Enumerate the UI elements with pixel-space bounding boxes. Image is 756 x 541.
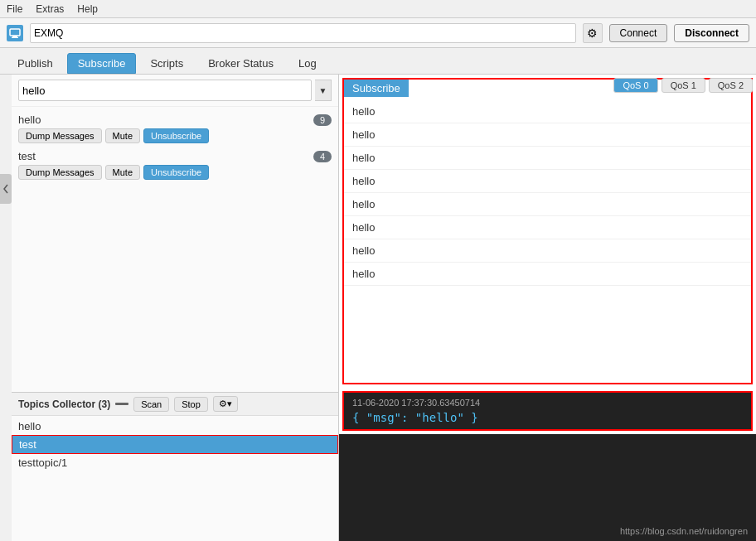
collector-header: Topics Collector (3) Scan Stop ⚙▾	[12, 393, 338, 416]
connection-name-input[interactable]	[30, 23, 576, 43]
main-content: ▼ hello 9 Dump Messages Mute Unsubscribe	[0, 75, 756, 541]
menu-bar: File Extras Help	[0, 0, 756, 18]
toolbar: ⚙ Connect Disconnect	[0, 18, 756, 48]
subscribe-msg-6: hello	[344, 216, 751, 239]
unsubscribe-hello[interactable]: Unsubscribe	[143, 128, 209, 143]
collector-title: Topics Collector (3)	[18, 399, 110, 410]
mute-hello[interactable]: Mute	[105, 128, 140, 143]
tab-log[interactable]: Log	[288, 53, 327, 74]
connection-icon	[7, 25, 23, 41]
collector-item-test[interactable]: test	[12, 435, 338, 454]
menu-file[interactable]: File	[7, 3, 22, 15]
collector-item-hello[interactable]: hello	[12, 418, 338, 435]
message-detail: 11-06-2020 17:37:30.63450714 { "msg": "h…	[342, 391, 753, 431]
subscribe-msg-3: hello	[344, 147, 751, 170]
subscribe-messages: hello hello hello hello hello hello hell…	[344, 97, 751, 383]
watermark: https://blog.csdn.net/ruidongren	[620, 526, 748, 536]
subscription-item-test: test 4 Dump Messages Mute Unsubscribe	[12, 147, 338, 183]
subscribe-panel-header: Subscribe	[344, 80, 409, 97]
subscribe-panel: Subscribe hello hello hello hello hello …	[342, 78, 753, 384]
topic-dropdown-button[interactable]: ▼	[315, 80, 332, 101]
subscribe-input-area: ▼	[12, 75, 338, 107]
sub-count-test: 4	[313, 151, 332, 162]
subscribe-msg-7: hello	[344, 239, 751, 263]
qos1-button[interactable]: QoS 1	[662, 78, 705, 93]
dark-area	[339, 434, 756, 541]
subscription-list: hello 9 Dump Messages Mute Unsubscribe t…	[12, 107, 338, 392]
tab-subscribe[interactable]: Subscribe	[67, 53, 137, 74]
sub-topic-row-hello: hello 9	[18, 114, 332, 126]
scan-button[interactable]: Scan	[133, 397, 169, 412]
tab-bar: Publish Subscribe Scripts Broker Status …	[0, 48, 756, 75]
sub-topic-name-test: test	[18, 150, 36, 162]
menu-extras[interactable]: Extras	[36, 3, 64, 15]
subscribe-msg-4: hello	[344, 170, 751, 193]
subscribe-msg-8: hello	[344, 263, 751, 286]
qos2-button[interactable]: QoS 2	[709, 78, 753, 93]
subscribe-msg-5: hello	[344, 193, 751, 216]
disconnect-button[interactable]: Disconnect	[674, 24, 749, 42]
left-side-toggle[interactable]	[0, 174, 12, 204]
message-timestamp: 11-06-2020 17:37:30.63450714	[352, 398, 743, 408]
menu-help[interactable]: Help	[77, 3, 98, 15]
settings-button[interactable]: ⚙	[583, 23, 603, 43]
tab-scripts[interactable]: Scripts	[139, 53, 194, 74]
sub-actions-hello: Dump Messages Mute Unsubscribe	[18, 126, 332, 143]
topic-input[interactable]	[18, 80, 312, 101]
left-panel: ▼ hello 9 Dump Messages Mute Unsubscribe	[12, 75, 339, 541]
subscribe-msg-1: hello	[344, 100, 751, 123]
connect-button[interactable]: Connect	[609, 24, 668, 42]
sub-topic-name-hello: hello	[18, 114, 41, 126]
collector-dash	[115, 403, 128, 405]
svg-rect-2	[12, 37, 18, 38]
tab-publish[interactable]: Publish	[7, 53, 64, 74]
sub-actions-test: Dump Messages Mute Unsubscribe	[18, 162, 332, 180]
message-content: { "msg": "hello" }	[352, 411, 743, 424]
stop-button[interactable]: Stop	[174, 397, 208, 412]
mute-test[interactable]: Mute	[105, 165, 140, 180]
topics-collector: Topics Collector (3) Scan Stop ⚙▾ hello …	[12, 392, 338, 541]
tab-broker-status[interactable]: Broker Status	[197, 53, 284, 74]
qos-bar: QoS 0 QoS 1 QoS 2	[613, 78, 753, 93]
collector-gear-button[interactable]: ⚙▾	[213, 396, 238, 412]
collector-list: hello test testtopic/1	[12, 416, 338, 541]
collector-item-testtopic[interactable]: testtopic/1	[12, 454, 338, 471]
unsubscribe-test[interactable]: Unsubscribe	[143, 165, 209, 180]
subscription-item-hello: hello 9 Dump Messages Mute Unsubscribe	[12, 110, 338, 147]
qos0-button[interactable]: QoS 0	[613, 78, 657, 93]
sub-topic-row-test: test 4	[18, 150, 332, 162]
dump-messages-test[interactable]: Dump Messages	[18, 165, 102, 180]
right-panel: QoS 0 QoS 1 QoS 2 Subscribe hello hello …	[339, 75, 756, 541]
dump-messages-hello[interactable]: Dump Messages	[18, 128, 102, 143]
sub-count-hello: 9	[313, 114, 332, 126]
svg-rect-0	[10, 29, 20, 36]
subscribe-msg-2: hello	[344, 123, 751, 147]
svg-rect-1	[12, 36, 17, 37]
